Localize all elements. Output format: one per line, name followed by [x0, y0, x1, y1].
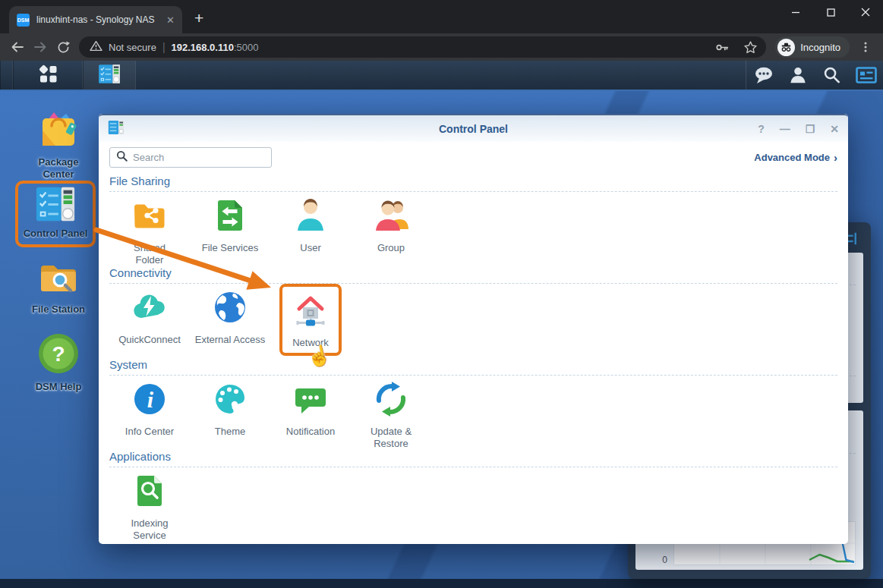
help-icon[interactable]: ? [758, 124, 765, 134]
password-key-icon[interactable] [710, 36, 733, 58]
window-titlebar[interactable]: Control Panel ? — ❐ ✕ [99, 114, 848, 142]
tab-title: linuxhint-nas - Synology NAS [36, 14, 159, 25]
chat-icon[interactable] [746, 61, 781, 90]
browser-window: DSM linuxhint-nas - Synology NAS ✕ + [0, 0, 883, 588]
taskbar-right-icons [746, 61, 883, 90]
notification-icon [292, 381, 329, 420]
item-external-access[interactable]: External Access [190, 284, 270, 346]
url-text[interactable]: 192.168.0.110:5000 [172, 40, 259, 54]
group-icon [373, 197, 409, 237]
close-icon[interactable] [848, 0, 883, 24]
main-menu-icon [38, 64, 58, 87]
chevron-right-icon: › [834, 151, 837, 164]
item-label: Info Center [125, 426, 174, 438]
chrome-menu-icon[interactable] [854, 36, 877, 58]
item-update-restore[interactable]: Update & Restore [351, 376, 431, 451]
control-panel-window: Control Panel ? — ❐ ✕ Advanced Mode [99, 114, 848, 544]
item-label: Indexing Service [125, 517, 174, 542]
control-panel-body: File Sharing Shared Folder File Services [99, 175, 848, 537]
package-center-icon [37, 108, 80, 153]
network-icon [292, 293, 329, 332]
desktop-bottom-band [0, 579, 883, 588]
item-group[interactable]: Group [351, 192, 431, 254]
search-box[interactable] [109, 147, 272, 168]
show-desktop-button[interactable] [0, 61, 13, 90]
svg-text:i: i [147, 387, 154, 412]
back-icon[interactable] [6, 36, 29, 58]
item-shared-folder[interactable]: Shared Folder [109, 192, 190, 267]
info-center-icon: i [131, 381, 168, 420]
search-icon [116, 150, 128, 165]
reload-icon[interactable] [52, 36, 74, 58]
url-port: :5000 [234, 42, 259, 53]
item-user[interactable]: User [270, 192, 351, 254]
dsm-help-icon: ? [37, 332, 80, 378]
tab-close-icon[interactable]: ✕ [166, 14, 175, 26]
close-icon[interactable]: ✕ [830, 124, 839, 134]
section-header-connectivity: Connectivity [109, 266, 837, 279]
desktop-icon-package-center[interactable]: Package Center [17, 108, 100, 181]
item-file-services[interactable]: File Services [190, 192, 270, 254]
item-theme[interactable]: Theme [190, 376, 270, 438]
main-menu-button[interactable] [13, 61, 83, 90]
search-icon[interactable] [815, 61, 849, 90]
section-header-applications: Applications [109, 450, 837, 463]
maximize-icon[interactable] [813, 0, 848, 24]
widgets-icon[interactable] [849, 61, 883, 90]
section-row-connectivity: QuickConnect External Access [109, 284, 837, 354]
item-label: Update & Restore [367, 426, 415, 451]
taskbar-control-panel-button[interactable] [83, 61, 136, 90]
window-controls: ? — ❐ ✕ [758, 124, 839, 134]
security-label[interactable]: Not secure [109, 42, 156, 53]
dsm-favicon: DSM [17, 14, 30, 27]
advanced-mode-link[interactable]: Advanced Mode › [754, 151, 837, 164]
file-station-icon [37, 255, 80, 300]
item-label: Group [377, 242, 405, 254]
desktop-icon-label: Package Center [29, 156, 88, 181]
advanced-mode-label: Advanced Mode [754, 152, 830, 163]
desktop-icon-label: File Station [32, 303, 85, 316]
hand-cursor: ☝ [304, 342, 333, 370]
minimize-icon[interactable] [778, 0, 813, 24]
dsm-taskbar [0, 61, 883, 91]
not-secure-warning-icon[interactable] [90, 40, 102, 55]
chrome-tab-bar: DSM linuxhint-nas - Synology NAS ✕ + [0, 0, 883, 33]
control-panel-icon [98, 64, 121, 87]
bookmark-star-icon[interactable] [739, 36, 762, 58]
item-quickconnect[interactable]: QuickConnect [109, 284, 190, 346]
control-panel-icon [35, 185, 76, 226]
item-label: Notification [286, 426, 335, 438]
address-bar[interactable]: Not secure | 192.168.0.110:5000 [79, 36, 766, 58]
minimize-icon[interactable]: — [780, 124, 790, 134]
chrome-toolbar: Not secure | 192.168.0.110:5000 Incognit… [0, 33, 883, 61]
desktop-icon-dsm-help[interactable]: ? DSM Help [17, 332, 100, 393]
desktop-icon-label: DSM Help [36, 381, 82, 393]
forward-icon[interactable] [29, 36, 52, 58]
control-panel-toolbar: Advanced Mode › [99, 142, 848, 170]
incognito-badge: Incognito [775, 36, 850, 58]
external-access-icon [212, 289, 248, 329]
file-services-icon [212, 197, 248, 237]
search-input[interactable] [133, 152, 266, 163]
user-icon[interactable] [781, 61, 815, 90]
shared-folder-icon [131, 197, 168, 237]
desktop-icon-label: Control Panel [24, 228, 88, 239]
section-header-system: System [109, 358, 837, 371]
y-tick-0: 0 [662, 555, 667, 565]
new-tab-button[interactable]: + [194, 9, 203, 27]
item-notification[interactable]: Notification [270, 376, 351, 438]
item-label: External Access [195, 334, 266, 346]
incognito-label: Incognito [800, 42, 840, 53]
maximize-icon[interactable]: ❐ [806, 124, 815, 134]
chrome-window-controls [778, 0, 883, 24]
svg-text:?: ? [52, 342, 65, 366]
control-panel-highlight-box[interactable]: Control Panel [15, 181, 96, 247]
item-label: User [300, 242, 320, 254]
user-item-icon [292, 197, 329, 237]
section-row-file-sharing: Shared Folder File Services User [109, 192, 837, 262]
item-indexing-service[interactable]: Indexing Service [109, 467, 190, 542]
item-info-center[interactable]: i Info Center [109, 376, 190, 438]
browser-tab[interactable]: DSM linuxhint-nas - Synology NAS ✕ [9, 6, 182, 33]
item-label: Shared Folder [125, 242, 174, 267]
desktop-icon-file-station[interactable]: File Station [17, 255, 100, 316]
